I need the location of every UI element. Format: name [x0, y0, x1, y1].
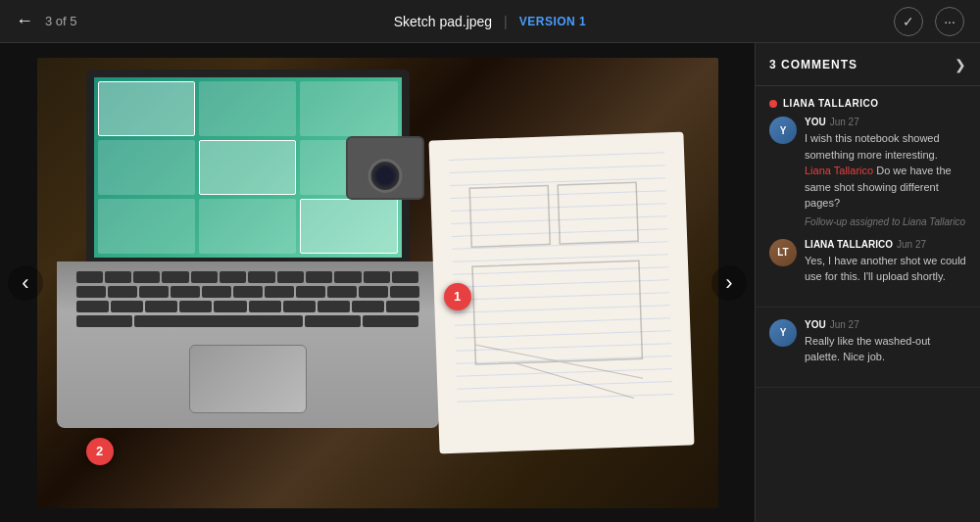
comment-body: YOU Jun 27 Really like the washed-out pa… — [805, 319, 966, 365]
comment-author: YOU — [805, 319, 826, 330]
camera-lens — [368, 159, 402, 193]
annotation-2[interactable]: 2 — [86, 438, 114, 465]
svg-rect-1 — [558, 182, 638, 244]
comment-body: LIANA TALLARICO Jun 27 Yes, I have anoth… — [805, 239, 966, 285]
avatar: Y — [769, 319, 797, 347]
screen-thumb — [98, 81, 195, 136]
image-placeholder: 1 2 — [37, 58, 718, 508]
comments-title: 3 COMMENTS — [769, 58, 858, 71]
screen-thumb — [98, 140, 195, 195]
screen-thumb — [300, 199, 397, 254]
screen-thumb — [199, 140, 296, 195]
main-content: 1 2 ‹ › 3 COMMENTS ❯ LIANA TA — [0, 43, 980, 522]
screen-thumb — [199, 199, 296, 254]
avatar: Y — [769, 117, 797, 144]
thread-author: LIANA TALLARICO — [783, 98, 879, 109]
comment-entry: LT LIANA TALLARICO Jun 27 Yes, I have an… — [769, 239, 966, 285]
camera — [346, 136, 424, 200]
screen-thumb — [199, 81, 296, 136]
svg-rect-2 — [472, 261, 642, 364]
version-tag: VERSION 1 — [519, 15, 587, 28]
comment-author: YOU — [805, 117, 826, 127]
screen-thumb — [98, 199, 195, 254]
svg-rect-0 — [469, 185, 550, 247]
trackpad — [189, 345, 307, 413]
svg-line-3 — [474, 339, 642, 384]
keyboard — [76, 271, 419, 327]
comment-meta: LIANA TALLARICO Jun 27 — [805, 239, 966, 250]
comment-text: Yes, I have another shot we could use fo… — [805, 253, 966, 285]
comment-time: Jun 27 — [897, 239, 926, 250]
next-arrow[interactable]: › — [711, 265, 747, 301]
back-button[interactable]: ← — [16, 11, 33, 31]
annotation-1[interactable]: 1 — [444, 283, 471, 310]
comment-entry: Y YOU Jun 27 Really like the washed-out … — [769, 319, 966, 365]
topbar-left: ← 3 of 5 — [16, 11, 231, 31]
comment-body: YOU Jun 27 I wish this notebook showed s… — [805, 117, 966, 229]
comment-followup: Follow-up assigned to Liana Tallarico — [805, 215, 966, 229]
avatar: LT — [769, 239, 797, 266]
expand-panel-button[interactable]: ❯ — [955, 57, 966, 72]
comment-author: LIANA TALLARICO — [805, 239, 893, 250]
prev-arrow[interactable]: ‹ — [8, 265, 43, 301]
comments-list: LIANA TALLARICO Y YOU Jun 27 I wish this… — [756, 86, 980, 522]
comment-thread-1: LIANA TALLARICO Y YOU Jun 27 I wish this… — [756, 86, 980, 308]
topbar-center: Sketch pad.jpeg | VERSION 1 — [231, 14, 749, 29]
comment-text: I wish this notebook showed something mo… — [805, 130, 966, 212]
comment-link[interactable]: Liana Tallarico — [805, 165, 873, 176]
topbar: ← 3 of 5 Sketch pad.jpeg | VERSION 1 ✓ ·… — [0, 0, 980, 43]
thread-author-row: LIANA TALLARICO — [769, 98, 966, 109]
topbar-right: ✓ ··· — [749, 7, 964, 36]
thread-dot — [769, 100, 777, 108]
comments-header: 3 COMMENTS ❯ — [756, 43, 980, 86]
comment-time: Jun 27 — [830, 117, 859, 127]
file-counter: 3 of 5 — [45, 14, 77, 28]
comment-meta: YOU Jun 27 — [805, 117, 966, 127]
divider: | — [504, 14, 508, 29]
check-button[interactable]: ✓ — [894, 7, 923, 36]
comment-text: Really like the washed-out palette. Nice… — [805, 333, 966, 365]
comments-panel: 3 COMMENTS ❯ LIANA TALLARICO Y — [755, 43, 980, 522]
comment-entry: Y YOU Jun 27 I wish this notebook showed… — [769, 117, 966, 229]
screen-thumb — [300, 81, 397, 136]
laptop-body — [57, 261, 439, 428]
comment-time: Jun 27 — [830, 319, 859, 330]
more-button[interactable]: ··· — [935, 7, 964, 36]
file-name: Sketch pad.jpeg — [394, 14, 492, 29]
image-viewer: 1 2 ‹ › — [0, 43, 755, 522]
comment-thread-2: Y YOU Jun 27 Really like the washed-out … — [756, 308, 980, 388]
comment-meta: YOU Jun 27 — [805, 319, 966, 330]
